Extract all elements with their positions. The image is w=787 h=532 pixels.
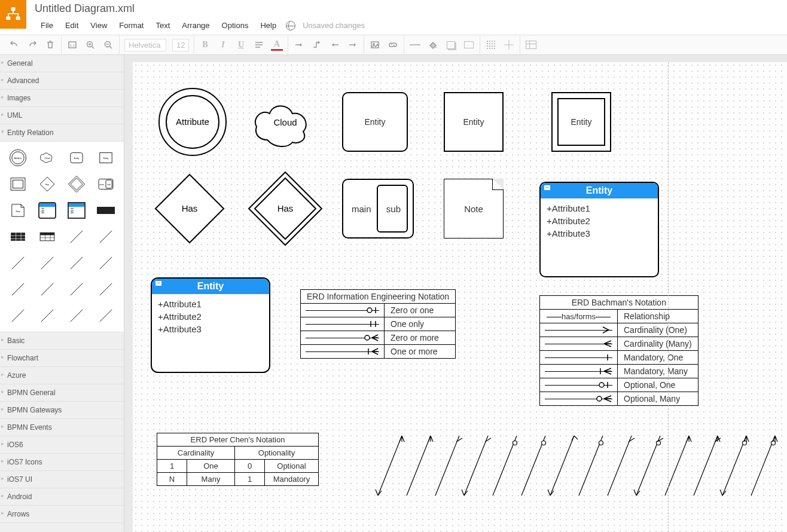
waypoint-button[interactable] [311, 39, 323, 51]
menu-file[interactable]: File [35, 19, 59, 32]
sidebar-panel-bpmn-gateways[interactable]: BPMN Gateways [0, 402, 124, 419]
palette-edge-14[interactable] [93, 304, 119, 327]
app-logo[interactable] [0, 0, 26, 29]
menu-arrange[interactable]: Arrange [176, 19, 215, 32]
sidebar-panel-ios7-icons[interactable]: iOS7 Icons [0, 454, 124, 471]
menu-view[interactable]: View [84, 19, 113, 32]
zoom-out-button[interactable] [102, 39, 114, 51]
table-bachman-notation[interactable]: ERD Bachman's Notation has/formsRelation… [539, 295, 698, 406]
palette-attribute[interactable]: Attribute [5, 146, 30, 169]
svg-point-37 [599, 383, 604, 387]
shape-cloud[interactable]: Cloud [246, 92, 324, 154]
palette-entity-table-blue[interactable]: +Attr+Attr+Attr [34, 199, 60, 222]
palette-edge-3[interactable] [5, 252, 30, 274]
sidebar-panel-flowchart[interactable]: Flowchart [0, 350, 124, 367]
palette-edge-1[interactable] [64, 225, 90, 248]
palette-note[interactable]: Note [5, 199, 30, 222]
shape-entity-table-2[interactable]: − Entity +Attribute1 +Attribute2 +Attrib… [151, 277, 270, 373]
palette-edge-13[interactable] [64, 304, 90, 327]
sidebar-panel-images[interactable]: Images [0, 90, 124, 107]
sidebar-panel-entity-relation[interactable]: Entity Relation [0, 124, 124, 142]
shape-entity-double[interactable]: Entity [551, 92, 611, 152]
bold-button[interactable]: B [199, 39, 211, 51]
sidebar-panel-general[interactable]: General [0, 55, 124, 72]
shadow-button[interactable] [445, 39, 457, 51]
palette-entity-square[interactable]: Entity [93, 146, 119, 169]
palette-table-dark[interactable] [5, 225, 30, 248]
menu-text[interactable]: Text [150, 19, 176, 32]
palette-edge-4[interactable] [34, 252, 60, 274]
palette-cloud[interactable]: Cloud [34, 146, 60, 169]
sidebar-panel-ios7-ui[interactable]: iOS7 UI [0, 471, 124, 488]
line-end-button[interactable] [347, 39, 359, 51]
palette-edge-7[interactable] [5, 278, 30, 301]
shape-mainsub[interactable]: main sub [342, 179, 414, 239]
palette-entity-double[interactable] [5, 173, 30, 195]
menu-format[interactable]: Format [113, 19, 150, 32]
sidebar-panel-android[interactable]: Android [0, 488, 124, 506]
palette-edge-9[interactable] [64, 278, 90, 301]
sidebar-panel-uml[interactable]: UML [0, 107, 124, 124]
shape-entity-rounded[interactable]: Entity [342, 92, 408, 152]
shape-entity-table-1[interactable]: − Entity +Attribute1 +Attribute2 +Attrib… [539, 182, 659, 277]
connection-button[interactable] [293, 39, 305, 51]
menu-help[interactable]: Help [254, 19, 282, 32]
document-title[interactable]: Untitled Diagram.xml [35, 2, 787, 15]
font-family-field[interactable]: Helvetica [124, 39, 166, 51]
actual-size-button[interactable]: 1:1 [66, 39, 78, 51]
grid-toggle[interactable] [485, 39, 497, 51]
shape-has-double[interactable]: Has [246, 170, 324, 249]
sidebar-panel-azure[interactable]: Azure [0, 367, 124, 384]
zoom-in-button[interactable] [84, 39, 96, 51]
font-color-button[interactable]: A [271, 39, 283, 51]
palette-edge-11[interactable] [5, 304, 30, 327]
table-ie-notation[interactable]: ERD Information Engineering Notation Zer… [300, 289, 456, 359]
delete-button[interactable] [44, 39, 56, 51]
guides-toggle[interactable] [503, 39, 515, 51]
sidebar-panel-advanced[interactable]: Advanced [0, 72, 124, 90]
globe-icon[interactable] [286, 21, 295, 30]
palette-has-double[interactable] [64, 173, 90, 195]
diagram-canvas[interactable]: Attribute Cloud Entity Entity Entity Has… [133, 62, 787, 532]
palette-edge-6[interactable] [93, 252, 119, 274]
menu-options[interactable]: Options [216, 19, 255, 32]
link-button[interactable] [387, 39, 399, 51]
menu-edit[interactable]: Edit [59, 19, 84, 32]
underline-button[interactable]: U [235, 39, 247, 51]
svg-text:main: main [100, 184, 104, 186]
shape-has[interactable]: Has [151, 170, 228, 249]
sidebar-panel-ios6[interactable]: iOS6 [0, 436, 124, 454]
palette-has[interactable]: Has [34, 173, 60, 195]
palette-table-light[interactable] [34, 225, 60, 248]
shape-box-button[interactable] [463, 39, 475, 51]
palette-edge-12[interactable] [34, 304, 60, 327]
palette-entity-rounded[interactable]: Entity [64, 146, 90, 169]
palette-edge-5[interactable] [64, 252, 90, 274]
palette-entity-table-blue2[interactable]: +Attr+Attr+Attr [64, 199, 90, 222]
undo-button[interactable] [8, 39, 20, 51]
image-button[interactable] [369, 39, 381, 51]
italic-button[interactable]: I [217, 39, 229, 51]
palette-row-dark[interactable] [93, 199, 119, 222]
shape-note[interactable]: Note [444, 179, 504, 239]
format-panel-toggle[interactable] [525, 39, 537, 51]
shape-palette: Attribute Cloud Entity Entity Has mainsu… [0, 142, 124, 332]
shape-attribute[interactable]: Attribute [157, 86, 228, 160]
shape-entity-square[interactable]: Entity [444, 92, 504, 152]
palette-mainsub[interactable]: mainsub [93, 173, 119, 195]
sidebar-panel-bpmn-events[interactable]: BPMN Events [0, 419, 124, 436]
table-chen-notation[interactable]: ERD Peter Chen's Notation CardinalityOpt… [157, 433, 319, 486]
line-color-button[interactable] [409, 39, 421, 51]
redo-button[interactable] [26, 39, 38, 51]
edge-gallery[interactable] [372, 430, 779, 509]
sidebar-panel-bpmn-general[interactable]: BPMN General [0, 384, 124, 402]
palette-edge-2[interactable] [93, 225, 119, 248]
sidebar-panel-basic[interactable]: Basic [0, 332, 124, 350]
palette-edge-8[interactable] [34, 278, 60, 301]
line-start-button[interactable] [329, 39, 341, 51]
palette-edge-10[interactable] [93, 278, 119, 301]
fill-color-button[interactable] [427, 39, 439, 51]
sidebar-panel-arrows[interactable]: Arrows [0, 506, 124, 523]
align-button[interactable] [253, 39, 265, 51]
font-size-field[interactable]: 12 [172, 39, 189, 51]
